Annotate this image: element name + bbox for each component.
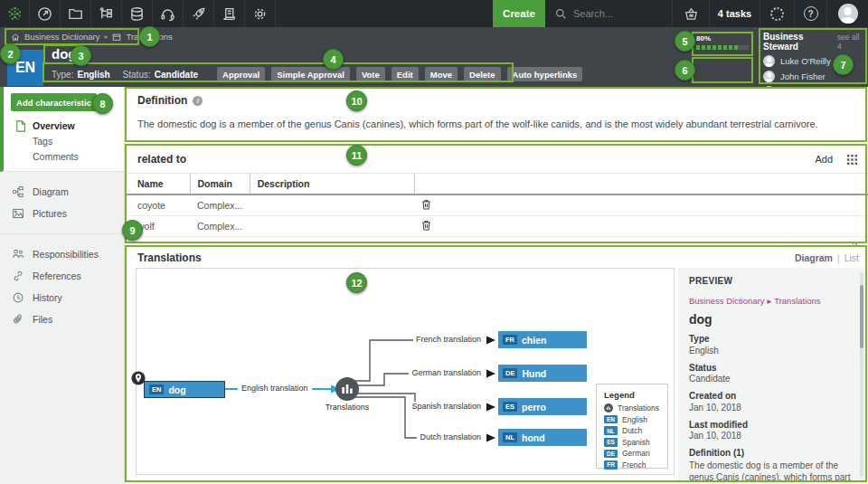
sidebar-item-comments[interactable]: Comments [4, 149, 124, 165]
add-relation-link[interactable]: Add [815, 154, 833, 165]
delete-relation-icon[interactable] [421, 220, 431, 231]
move-button[interactable]: Move [425, 67, 458, 81]
asset-type-badge: EN [7, 50, 43, 86]
see-all-link[interactable]: see all 4 [837, 33, 864, 51]
diagram-node-hond[interactable]: NLhond [498, 429, 587, 446]
toggle-list[interactable]: List [844, 252, 859, 263]
hierarchy-icon[interactable] [91, 0, 122, 27]
diagram-node-perro[interactable]: ESperro [498, 398, 587, 415]
legend-item: FRFrench [604, 460, 667, 470]
approval-button[interactable]: Approval [217, 67, 265, 81]
completeness-widget[interactable]: 80% [696, 34, 749, 50]
sidebar-item-overview[interactable]: Overview [4, 119, 124, 134]
launch-rocket-icon[interactable] [184, 0, 214, 27]
sidebar-item-diagram[interactable]: Diagram [0, 181, 124, 203]
breadcrumb-separator: ▸ [104, 33, 108, 41]
completeness-value: 80% [696, 34, 749, 43]
breadcrumb-parent[interactable]: Business Dictionary [24, 32, 99, 42]
col-description[interactable]: Description [250, 174, 414, 195]
collibra-logo[interactable] [0, 0, 30, 27]
sidebar-item-pictures[interactable]: Pictures [0, 203, 124, 224]
catalog-folder-icon[interactable] [61, 0, 91, 27]
responsibilities-icon [12, 248, 24, 261]
related-name-link[interactable]: coyote [125, 195, 190, 216]
relation-label: French translation [413, 335, 484, 344]
pictures-icon [12, 207, 24, 220]
table-row[interactable]: wolf Complex... [125, 216, 868, 237]
help-icon[interactable]: ? [794, 0, 826, 27]
activities-spinner-icon[interactable] [760, 0, 794, 27]
data-database-icon[interactable] [122, 0, 153, 27]
delete-relation-icon[interactable] [421, 199, 431, 210]
breadcrumb-current[interactable]: Translations [126, 32, 172, 42]
diagram-node-hund[interactable]: DEHund [498, 365, 587, 382]
sidebar-group-views: Diagram Pictures [0, 172, 124, 234]
legend-item: NLDutch [604, 426, 667, 435]
references-icon [12, 270, 24, 282]
language-badge: EN [149, 384, 164, 394]
asset-title: dog [52, 46, 77, 62]
global-search[interactable] [545, 0, 672, 27]
completeness-bar [696, 45, 749, 50]
asset-header: Business Dictionary ▸ Translations EN do… [0, 27, 868, 87]
preview-breadcrumb-parent[interactable]: Business Dictionary [689, 296, 764, 306]
type-label: Type: [52, 70, 73, 80]
status-value: Candidate [155, 70, 198, 80]
status-label: Status: [123, 70, 151, 80]
sidebar-item-files[interactable]: Files [0, 308, 124, 330]
toggle-diagram[interactable]: Diagram [795, 252, 833, 263]
settings-gear-icon[interactable] [245, 0, 276, 27]
grid-view-icon[interactable] [847, 155, 857, 165]
add-characteristic-button[interactable]: Add characteristic [11, 93, 97, 111]
top-bar: Create 4 tasks ? [0, 0, 868, 27]
translations-title: Translations [137, 251, 202, 264]
relation-label: Dutch translation [417, 432, 484, 441]
related-name-link[interactable]: wolf [125, 216, 190, 237]
files-paperclip-icon [12, 313, 24, 326]
dashboard-icon[interactable] [30, 0, 61, 27]
create-button[interactable]: Create [493, 0, 545, 27]
search-input[interactable] [573, 8, 659, 19]
user-avatar[interactable] [826, 0, 868, 27]
policies-scroll-icon[interactable] [214, 0, 245, 27]
info-icon[interactable]: i [193, 96, 203, 106]
legend-item: Translations [604, 403, 667, 413]
translations-diagram-canvas[interactable]: EN dog English translation Translations … [136, 268, 675, 475]
col-name[interactable]: Name [125, 174, 190, 195]
delete-button[interactable]: Delete [464, 67, 501, 81]
legend-title: Legend [604, 390, 667, 400]
sidebar-item-references[interactable]: References [0, 265, 124, 287]
edge-label-english-translation: English translation [238, 383, 312, 394]
tasks-button[interactable]: 4 tasks [709, 0, 760, 27]
edit-button[interactable]: Edit [392, 67, 419, 81]
scrollbar-thumb[interactable] [860, 285, 863, 348]
diagram-node-chien[interactable]: FRchien [498, 331, 587, 348]
preview-breadcrumb[interactable]: Business Dictionary▸Translations [689, 296, 854, 306]
language-badge: ES [503, 402, 517, 412]
auto-hyperlinks-button[interactable]: Auto hyperlinks [507, 67, 583, 81]
preview-title: PREVIEW [689, 276, 854, 286]
breadcrumb[interactable]: Business Dictionary ▸ Translations [11, 32, 173, 42]
preview-scrollbar[interactable] [860, 272, 863, 477]
preview-breadcrumb-child[interactable]: Translations [774, 296, 820, 306]
col-domain[interactable]: Domain [190, 174, 250, 195]
preview-field-label: Status [689, 363, 854, 373]
sidebar-item-responsibilities[interactable]: Responsibilities [0, 243, 124, 265]
simple-approval-button[interactable]: Simple Approval [271, 67, 350, 81]
steward-user[interactable]: Luke O'Reilly [763, 55, 864, 67]
diagram-edges [137, 269, 675, 476]
sidebar-item-history[interactable]: History [0, 287, 124, 308]
translations-hub-node[interactable] [335, 377, 359, 401]
table-row[interactable]: coyote Complex... [125, 195, 868, 216]
preview-field-label: Last modified [689, 420, 854, 430]
preview-field-value: Jan 10, 2018 [689, 431, 854, 441]
sidebar-group-meta: Responsibilities References History File… [0, 234, 124, 339]
diagram-node-dog[interactable]: EN dog [144, 381, 225, 398]
support-headset-icon[interactable] [153, 0, 184, 27]
diagram-icon [12, 185, 24, 198]
sidebar-item-tags[interactable]: Tags [4, 134, 124, 149]
steward-user[interactable]: John Fisher [763, 71, 864, 82]
basket-icon[interactable] [672, 0, 709, 27]
vote-button[interactable]: Vote [356, 67, 385, 81]
language-badge: DE [503, 368, 517, 378]
